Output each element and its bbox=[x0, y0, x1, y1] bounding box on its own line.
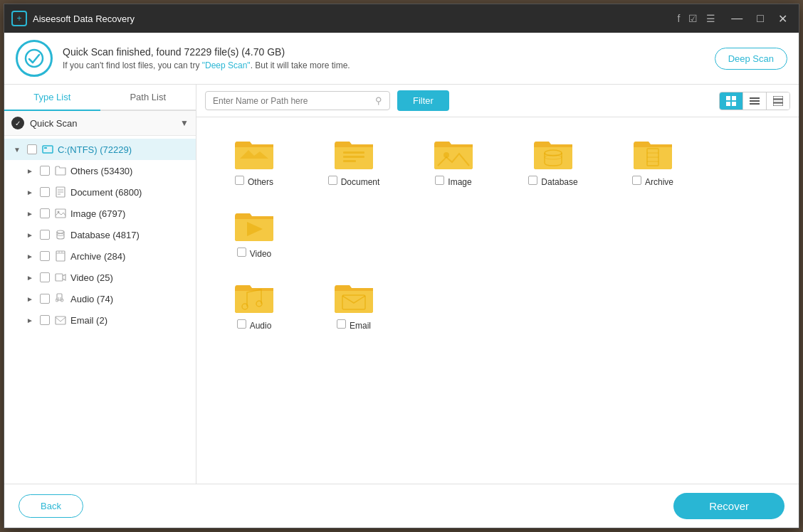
archive-folder-icon bbox=[631, 136, 674, 171]
file-grid-row-2: Audio bbox=[208, 272, 787, 337]
filter-button[interactable]: Filter bbox=[397, 90, 449, 111]
tree-item-image[interactable]: ► Image (6797) bbox=[4, 203, 196, 224]
others-file-checkbox[interactable] bbox=[235, 176, 244, 185]
app-icon-symbol: + bbox=[16, 14, 21, 23]
app-title: Aiseesoft Data Recovery bbox=[33, 14, 677, 24]
document-folder-icon bbox=[332, 136, 375, 171]
recover-button[interactable]: Recover bbox=[673, 493, 784, 519]
video-file-checkbox[interactable] bbox=[237, 248, 246, 257]
chat-icon[interactable]: ☑ bbox=[688, 13, 698, 24]
image-file-checkbox[interactable] bbox=[435, 176, 444, 185]
email-checkbox[interactable] bbox=[40, 315, 50, 325]
scan-label: Quick Scan bbox=[30, 118, 180, 129]
svg-point-9 bbox=[57, 230, 64, 233]
svg-rect-20 bbox=[726, 102, 730, 106]
file-item-document[interactable]: Document bbox=[308, 129, 400, 193]
file-item-audio[interactable]: Audio bbox=[208, 272, 300, 337]
tree-item-others[interactable]: ► Others (53430) bbox=[4, 160, 196, 181]
app-icon: + bbox=[11, 11, 27, 26]
scan-check-icon: ✓ bbox=[11, 117, 24, 129]
svg-rect-2 bbox=[44, 147, 47, 149]
email-file-label: Email bbox=[350, 321, 371, 331]
archive-file-checkbox[interactable] bbox=[632, 176, 641, 185]
db-checkbox[interactable] bbox=[40, 230, 50, 240]
facebook-icon[interactable]: f bbox=[677, 13, 680, 24]
back-button[interactable]: Back bbox=[19, 494, 83, 518]
file-item-database[interactable]: Database bbox=[507, 129, 599, 193]
others-checkbox[interactable] bbox=[40, 166, 50, 176]
search-input[interactable] bbox=[213, 96, 375, 106]
others-folder-icon bbox=[54, 164, 67, 177]
svg-rect-28 bbox=[343, 151, 364, 154]
file-item-email[interactable]: Email bbox=[308, 272, 400, 337]
tree-item-email[interactable]: ► Email (2) bbox=[4, 309, 196, 331]
subtitle-post: . But it will take more time. bbox=[251, 60, 350, 70]
video-label-row: Video bbox=[237, 248, 271, 260]
svg-rect-17 bbox=[56, 316, 65, 324]
document-file-checkbox[interactable] bbox=[328, 176, 337, 185]
drive-chevron-icon: ▼ bbox=[11, 146, 23, 154]
doc-checkbox[interactable] bbox=[40, 187, 50, 197]
file-item-video[interactable]: Video bbox=[208, 201, 300, 265]
view-controls bbox=[719, 92, 790, 110]
file-item-archive[interactable]: Archive bbox=[607, 129, 699, 193]
audio-folder-icon bbox=[233, 280, 275, 315]
tab-path-list[interactable]: Path List bbox=[100, 85, 196, 111]
tree-item-video[interactable]: ► Video (25) bbox=[4, 267, 196, 288]
svg-rect-15 bbox=[56, 274, 63, 281]
menu-icon[interactable]: ☰ bbox=[706, 13, 715, 24]
database-label: Database (4817) bbox=[70, 230, 140, 240]
drive-checkbox[interactable] bbox=[27, 144, 37, 154]
tree-item-document[interactable]: ► Document (6800) bbox=[4, 181, 196, 203]
tree-item-database[interactable]: ► Database (4817) bbox=[4, 224, 196, 245]
main-content: Type List Path List ✓ Quick Scan ▼ ▼ C:(… bbox=[4, 85, 799, 484]
detail-view-button[interactable] bbox=[767, 92, 789, 110]
database-file-checkbox[interactable] bbox=[528, 176, 537, 185]
file-grid: Others bbox=[196, 117, 799, 484]
audio-label: Audio (74) bbox=[70, 294, 113, 304]
list-view-button[interactable] bbox=[743, 92, 767, 110]
toolbar: ⚲ Filter bbox=[196, 85, 799, 117]
svg-rect-21 bbox=[732, 102, 736, 106]
document-label-row: Document bbox=[328, 176, 380, 188]
drive-icon bbox=[41, 143, 54, 156]
audio-chevron-icon: ► bbox=[24, 295, 36, 303]
scan-chevron-icon[interactable]: ▼ bbox=[180, 118, 189, 128]
svg-point-0 bbox=[26, 50, 43, 67]
image-checkbox[interactable] bbox=[40, 208, 50, 218]
archive-checkbox[interactable] bbox=[40, 251, 50, 261]
right-panel: ⚲ Filter bbox=[196, 85, 799, 484]
header-text: Quick Scan finished, found 72229 file(s)… bbox=[63, 46, 715, 70]
audio-checkbox[interactable] bbox=[40, 294, 50, 304]
file-item-image[interactable]: Image bbox=[407, 129, 500, 193]
others-label: Others (53430) bbox=[70, 166, 132, 176]
deep-scan-link[interactable]: "Deep Scan" bbox=[202, 60, 251, 70]
database-file-label: Database bbox=[541, 177, 577, 187]
audio-icon bbox=[54, 292, 67, 305]
window-controls: — □ ✕ bbox=[727, 11, 792, 27]
email-label-row: Email bbox=[337, 319, 371, 331]
file-item-others[interactable]: Others bbox=[208, 129, 300, 193]
video-label: Video (25) bbox=[70, 272, 113, 283]
email-file-checkbox[interactable] bbox=[337, 319, 346, 329]
document-file-label: Document bbox=[341, 177, 380, 187]
deep-scan-button[interactable]: Deep Scan bbox=[715, 48, 787, 70]
header-bar: Quick Scan finished, found 72229 file(s)… bbox=[4, 33, 799, 85]
minimize-button[interactable]: — bbox=[727, 11, 747, 26]
video-checkbox[interactable] bbox=[40, 272, 50, 282]
grid-view-button[interactable] bbox=[720, 92, 743, 110]
email-icon bbox=[54, 314, 67, 326]
close-button[interactable]: ✕ bbox=[774, 11, 792, 27]
sidebar: Type List Path List ✓ Quick Scan ▼ ▼ C:(… bbox=[4, 85, 196, 484]
tree-item-archive[interactable]: ► Archive (284) bbox=[4, 245, 196, 267]
tree-drive[interactable]: ▼ C:(NTFS) (72229) bbox=[4, 139, 196, 160]
footer: Back Recover bbox=[4, 484, 799, 528]
tree-item-audio[interactable]: ► Audio (74) bbox=[4, 288, 196, 309]
archive-icon bbox=[54, 250, 67, 262]
db-chevron-icon: ► bbox=[24, 231, 36, 239]
maximize-button[interactable]: □ bbox=[752, 11, 768, 26]
drive-label: C:(NTFS) (72229) bbox=[58, 144, 132, 155]
audio-file-checkbox[interactable] bbox=[237, 319, 246, 329]
tab-type-list[interactable]: Type List bbox=[4, 85, 100, 111]
image-label: Image (6797) bbox=[70, 208, 125, 219]
